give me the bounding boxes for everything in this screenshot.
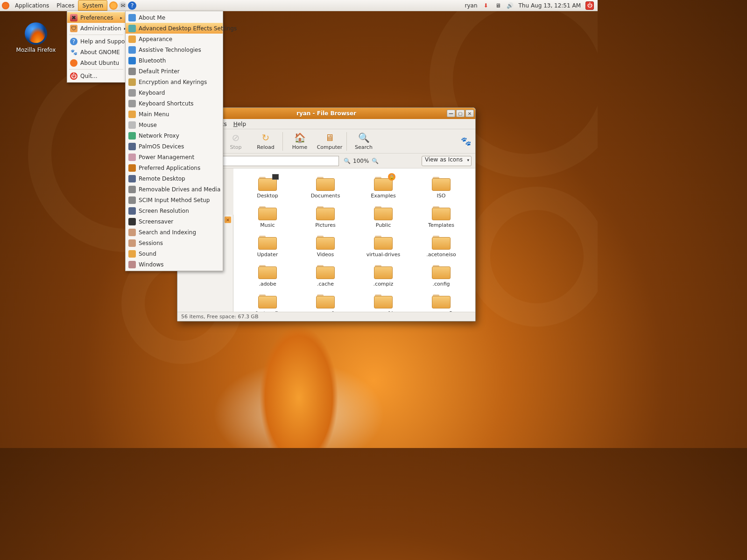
menu-quit[interactable]: ⏻Quit... [67, 70, 125, 81]
prefs-item-remote-desktop[interactable]: Remote Desktop [126, 173, 223, 184]
prefs-item-preferred-applications[interactable]: Preferred Applications [126, 162, 223, 173]
folder--config[interactable]: .config [418, 264, 465, 287]
search-icon: 🔍 [358, 132, 370, 143]
folder-Desktop[interactable]: Desktop [244, 176, 291, 199]
pref-item-label: Removable Drives and Media [139, 186, 220, 193]
prefs-item-search-and-indexing[interactable]: Search and Indexing [126, 227, 223, 238]
prefs-item-screensaver[interactable]: Screensaver [126, 216, 223, 227]
prefs-item-palmos-devices[interactable]: PalmOS Devices [126, 141, 223, 152]
mail-launcher-icon[interactable]: ✉ [119, 1, 127, 10]
folder--fontconfig[interactable]: .fontconfig [244, 294, 291, 312]
search-button[interactable]: 🔍Search [349, 130, 379, 153]
menu-administration[interactable]: 🛡Administration▸ [67, 23, 125, 34]
desktop-firefox-icon[interactable]: Mozilla Firefox [15, 22, 57, 53]
clock[interactable]: Thu Aug 13, 12:51 AM [519, 2, 581, 9]
preferences-icon: ✖ [70, 14, 78, 21]
reload-button[interactable]: ↻Reload [251, 130, 281, 153]
pref-item-label: Mouse [139, 122, 157, 128]
folder-icon [432, 294, 451, 308]
menu-help[interactable]: ?Help and Support [67, 36, 125, 47]
prefs-item-advanced-desktop-effects-settings[interactable]: Advanced Desktop Effects Settings [126, 23, 223, 34]
menu-preferences[interactable]: ✖Preferences▸ [67, 12, 125, 23]
folder-Music[interactable]: Music [244, 205, 291, 228]
prefs-item-appearance[interactable]: Appearance [126, 34, 223, 44]
pref-item-label: Windows [139, 261, 164, 268]
shutdown-button[interactable]: ⏻ [585, 1, 594, 10]
prefs-item-default-printer[interactable]: Default Printer [126, 66, 223, 77]
prefs-item-encryption-and-keyrings[interactable]: Encryption and Keyrings [126, 77, 223, 87]
folder-virtual-drives[interactable]: virtual-drives [360, 235, 407, 258]
pref-item-icon [128, 57, 136, 64]
applications-menu[interactable]: Applications [11, 0, 53, 11]
pref-item-label: Appearance [139, 36, 172, 42]
pref-item-icon [128, 218, 136, 225]
prefs-item-power-management[interactable]: Power Management [126, 152, 223, 162]
menu-about-gnome[interactable]: 🐾About GNOME [67, 47, 125, 57]
folder-label: Documents [311, 193, 340, 199]
system-menu[interactable]: System [78, 0, 107, 11]
prefs-item-screen-resolution[interactable]: Screen Resolution [126, 205, 223, 216]
prefs-item-mouse[interactable]: Mouse [126, 119, 223, 130]
folder-label: .compiz [374, 281, 394, 287]
home-button[interactable]: 🏠Home [285, 130, 315, 153]
pref-item-icon [128, 35, 136, 43]
status-text: 56 items, Free space: 67.3 GB [181, 314, 258, 320]
prefs-item-assistive-technologies[interactable]: Assistive Technologies [126, 44, 223, 55]
prefs-item-sound[interactable]: Sound [126, 248, 223, 259]
prefs-item-bluetooth[interactable]: Bluetooth [126, 55, 223, 66]
folder-Public[interactable]: Public [360, 205, 407, 228]
prefs-item-main-menu[interactable]: Main Menu [126, 109, 223, 119]
prefs-item-keyboard-shortcuts[interactable]: Keyboard Shortcuts [126, 98, 223, 109]
close-button[interactable]: ✕ [465, 110, 474, 117]
folder-label: Public [376, 222, 391, 228]
prefs-item-keyboard[interactable]: Keyboard [126, 87, 223, 98]
prefs-item-windows[interactable]: Windows [126, 259, 223, 270]
folder-Videos[interactable]: Videos [302, 235, 349, 258]
pref-item-label: Remote Desktop [139, 175, 185, 182]
folder--gnome2[interactable]: .gnome2 [418, 294, 465, 312]
minimize-button[interactable]: — [447, 110, 455, 117]
network-icon[interactable]: 🖥 [494, 2, 502, 9]
menu-help[interactable]: Help [233, 121, 246, 127]
folder--cache[interactable]: .cache [302, 264, 349, 287]
folder-icon [258, 294, 277, 308]
close-icon[interactable]: ✕ [225, 217, 231, 223]
prefs-item-scim-input-method-setup[interactable]: SCIM Input Method Setup [126, 195, 223, 205]
folder--gconfd[interactable]: .gconfd [360, 294, 407, 312]
volume-icon[interactable]: 🔊 [507, 2, 514, 9]
zoom-in-button[interactable]: 🔍 [371, 157, 379, 165]
maximize-button[interactable]: ▢ [456, 110, 465, 117]
folder-Templates[interactable]: Templates [418, 205, 465, 228]
places-menu[interactable]: Places [53, 0, 78, 11]
menu-about-ubuntu[interactable]: About Ubuntu [67, 57, 125, 68]
folder-Documents[interactable]: Documents [302, 176, 349, 199]
ubuntu-logo-icon [2, 2, 9, 9]
folder-label: Desktop [257, 193, 278, 199]
help-launcher-icon[interactable]: ? [128, 1, 136, 10]
window-title: ryan - File Browser [296, 110, 356, 117]
folder--acetoneiso[interactable]: .acetoneiso [418, 235, 465, 258]
zoom-out-button[interactable]: 🔍 [343, 157, 351, 165]
prefs-item-about-me[interactable]: About Me [126, 12, 223, 23]
folder--compiz[interactable]: .compiz [360, 264, 407, 287]
folder--gconf[interactable]: .gconf [302, 294, 349, 312]
folder-icon [432, 235, 451, 250]
user-label[interactable]: ryan [465, 2, 478, 9]
folder-Pictures[interactable]: Pictures [302, 205, 349, 228]
view-mode-select[interactable]: View as Icons [422, 156, 472, 166]
update-notifier-icon[interactable]: ⬇ [482, 2, 490, 9]
folder--adobe[interactable]: .adobe [244, 264, 291, 287]
prefs-item-removable-drives-and-media[interactable]: Removable Drives and Media [126, 184, 223, 195]
folder-label: Examples [371, 193, 395, 199]
prefs-item-network-proxy[interactable]: Network Proxy [126, 130, 223, 141]
firefox-launcher-icon[interactable] [109, 1, 118, 10]
computer-button[interactable]: 🖥Computer [315, 130, 345, 153]
gnome-panel: Applications Places System ✉ ? ryan ⬇ 🖥 … [0, 0, 598, 11]
folder-Updater[interactable]: Updater [244, 235, 291, 258]
zoom-level: 100% [353, 158, 369, 164]
folder-Examples[interactable]: 🔒Examples [360, 176, 407, 199]
icon-view[interactable]: DesktopDocuments🔒ExamplesISOMusicPicture… [233, 168, 475, 312]
pref-item-icon [128, 100, 136, 107]
prefs-item-sessions[interactable]: Sessions [126, 238, 223, 248]
folder-ISO[interactable]: ISO [418, 176, 465, 199]
